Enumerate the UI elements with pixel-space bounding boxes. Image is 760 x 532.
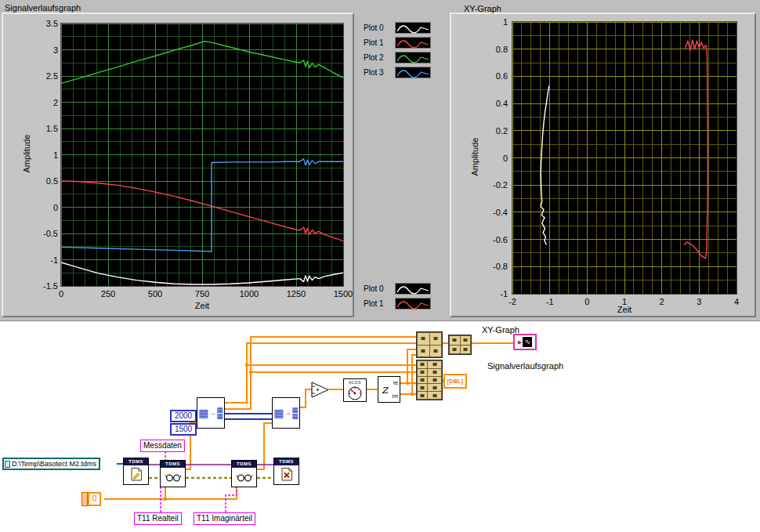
channel-imag-constant[interactable]: T11 Imaginärteil — [194, 512, 255, 525]
array-grid-icon: ▦▦ — [291, 407, 299, 419]
legend-label: Plot 1 — [364, 38, 390, 47]
z-symbol: z — [382, 382, 388, 396]
legend-label: Plot 2 — [364, 53, 390, 62]
bundle-xy-node[interactable] — [416, 331, 443, 358]
path-browse-icon — [5, 461, 10, 468]
y-tick-label: 0.6 — [480, 71, 508, 81]
y-tick-label: -0.6 — [480, 235, 508, 244]
array-grid-icon: ▦ — [198, 407, 208, 418]
legend-label: Plot 1 — [364, 299, 390, 308]
y-tick-label: 2 — [30, 98, 58, 107]
tdms-file-path-constant[interactable]: D:\Temp\Basotect M2.tdms — [2, 458, 100, 470]
y-tick-label: 3.5 — [30, 19, 58, 28]
tdms-read-node-2[interactable]: TDMS — [231, 460, 257, 487]
rows-constant[interactable]: 2000 — [170, 410, 197, 422]
arrow-icon: → — [209, 410, 215, 417]
bundle-cell — [428, 384, 441, 391]
build-xy-array-node[interactable] — [448, 335, 472, 355]
legend-item[interactable]: Plot 2 — [364, 50, 431, 65]
bundle-cell — [418, 384, 427, 391]
y-tick-label: 1 — [30, 150, 58, 160]
plot-trace-plot-0 — [541, 86, 549, 245]
group-name-constant[interactable]: Messdaten — [140, 440, 185, 452]
xy-y-axis-label: Amplitude — [470, 125, 480, 188]
waveform-graph-terminal[interactable]: [DBL] — [443, 374, 467, 389]
bundle-cell — [428, 377, 441, 384]
y-tick-label: 0.4 — [480, 99, 508, 108]
legend-item[interactable]: Plot 1 — [364, 296, 431, 311]
legend-line-sample — [395, 67, 431, 78]
legend-line-sample — [395, 283, 431, 295]
waveform-x-axis-label: Zeit — [61, 301, 343, 310]
channel-real-constant[interactable]: T11 Realteil — [134, 512, 182, 525]
array-grid-icon: ▦▦ — [216, 407, 223, 419]
legend-line-sample — [395, 22, 431, 34]
tdms-band-label: TDMS — [232, 461, 256, 468]
y-tick-label: 1.5 — [30, 124, 58, 133]
triangle-op-icon — [311, 381, 330, 399]
tdms-open-node[interactable]: TDMS — [123, 458, 149, 485]
gauge-dial-icon — [344, 385, 366, 401]
bundle-cell — [430, 333, 442, 345]
x-tick-label: 750 — [186, 289, 218, 299]
x-tick-label: 2 — [646, 297, 678, 306]
legend-label: Plot 0 — [364, 24, 390, 32]
x-tick-label: 4 — [721, 297, 752, 306]
legend-item[interactable]: Plot 1 — [364, 35, 431, 50]
bundle-cell — [428, 369, 441, 376]
waveform-plot-legend: Plot 0Plot 1Plot 2Plot 3 — [362, 19, 432, 81]
xy-plot-icon: ∿ — [523, 337, 532, 347]
path-text: D:\Temp\Basotect M2.tdms — [12, 460, 96, 468]
legend-label: Plot 3 — [364, 68, 390, 77]
y-tick-label: -0.2 — [480, 180, 508, 190]
array-index-box — [81, 492, 88, 506]
re-output-label: re — [393, 380, 398, 385]
arrow-icon: → — [284, 410, 291, 417]
x-tick-label: 500 — [139, 289, 171, 299]
y-tick-label: -1 — [30, 255, 58, 265]
legend-item[interactable]: Plot 0 — [364, 281, 431, 296]
x-tick-label: 1250 — [280, 289, 312, 299]
acos-gauge-node[interactable]: ACOS — [343, 378, 367, 402]
y-tick-label: 3 — [30, 45, 58, 55]
front-panel: Signalverlaufsgraph XY-Graph Amplitude Z… — [0, 0, 760, 321]
y-tick-label: -0.5 — [30, 229, 58, 238]
im-output-label: im — [393, 393, 398, 399]
operator-triangle-node[interactable] — [311, 381, 330, 402]
xy-graph-terminal[interactable]: ▶ ∿ — [513, 334, 537, 350]
tdms-close-node[interactable]: TDMS — [273, 458, 299, 485]
bundle-cell — [418, 333, 429, 345]
index-array-constant[interactable]: 0 — [81, 492, 101, 506]
bundle-cell — [450, 346, 460, 354]
legend-item[interactable]: Plot 3 — [364, 65, 431, 80]
waveform-plot-area[interactable] — [61, 24, 343, 286]
tdms-band-label: TDMS — [274, 458, 299, 465]
build-waveform-array-node[interactable] — [416, 360, 443, 400]
x-tick-label: 1000 — [233, 289, 265, 299]
decimate-array-node-2[interactable]: ▦ → ▦▦ — [272, 397, 300, 429]
file-close-icon — [274, 465, 299, 483]
block-diagram — [0, 321, 760, 532]
read-glasses-icon — [232, 468, 256, 486]
legend-line-sample — [395, 298, 431, 309]
waveform-plot-frame — [60, 23, 344, 287]
array-value-box: 0 — [88, 492, 101, 506]
bundle-cell — [430, 346, 442, 357]
x-tick-label: 3 — [683, 297, 715, 306]
bundle-cell — [418, 361, 427, 368]
cols-constant[interactable]: 1500 — [170, 423, 197, 436]
tdms-read-node-1[interactable]: TDMS — [160, 460, 186, 487]
array-grid-icon: ▦ — [273, 407, 284, 418]
y-tick-label: -1.5 — [30, 281, 58, 291]
bundle-cell — [418, 346, 429, 357]
decimate-array-node-1[interactable]: ▦ → ▦▦ — [197, 397, 225, 429]
legend-item[interactable]: Plot 0 — [364, 20, 431, 35]
bundle-cell — [418, 392, 427, 399]
x-tick-label: -1 — [534, 297, 566, 306]
bundle-cell — [461, 346, 471, 354]
complex-to-re-im-node[interactable]: z re im — [378, 376, 400, 403]
bundle-cell — [450, 336, 460, 345]
waveform-graph-title: Signalverlaufsgraph — [5, 3, 81, 13]
xy-plot-area[interactable] — [512, 22, 736, 294]
y-tick-label: -1 — [480, 289, 508, 299]
